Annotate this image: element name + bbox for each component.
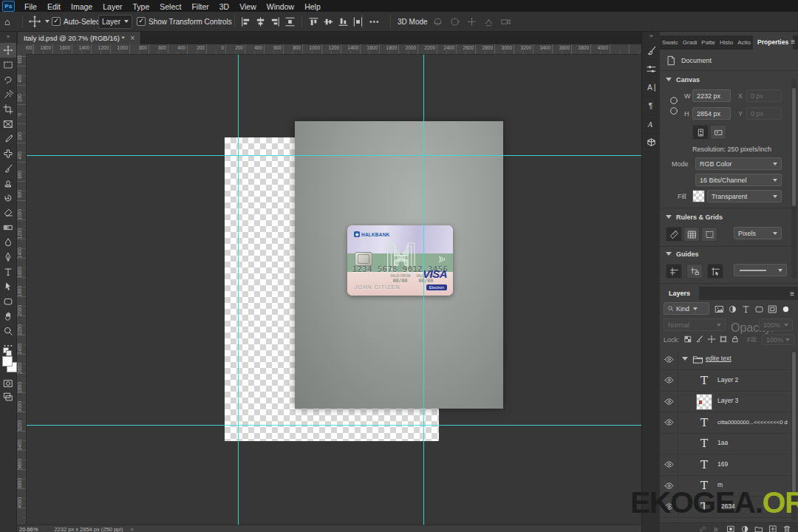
- layer-name[interactable]: 1aa: [717, 439, 728, 446]
- tab-gradi[interactable]: Gradi: [681, 35, 700, 50]
- home-button[interactable]: ⌂: [4, 12, 10, 31]
- type-layer-thumbnail[interactable]: T: [697, 457, 712, 473]
- lock-all-icon[interactable]: [731, 335, 741, 345]
- tab-swatc[interactable]: Swatc: [660, 35, 681, 50]
- clone-source-panel-icon[interactable]: [642, 60, 661, 78]
- menu-3d[interactable]: 3D: [214, 2, 234, 11]
- crop-tool[interactable]: [0, 102, 16, 117]
- hand-tool[interactable]: [0, 309, 16, 324]
- type-filter-icon[interactable]: [740, 303, 751, 315]
- visibility-toggle[interactable]: [660, 349, 678, 369]
- guides-section-header[interactable]: Guides: [666, 250, 699, 258]
- tool-preset-move[interactable]: [28, 12, 50, 31]
- layers-tab[interactable]: Layers: [660, 287, 699, 300]
- fill-swatch[interactable]: [692, 190, 705, 202]
- lasso-tool[interactable]: [0, 72, 16, 87]
- guide-horizontal-1[interactable]: [26, 155, 641, 156]
- collapse-dock-icon[interactable]: »: [642, 31, 661, 41]
- ruler-units-dropdown[interactable]: Pixels: [734, 227, 782, 239]
- layer-name[interactable]: Layer 2: [717, 376, 738, 383]
- guide-vertical-2[interactable]: [423, 54, 424, 525]
- menu-file[interactable]: File: [19, 2, 42, 11]
- auto-select-target-dropdown[interactable]: Layer: [98, 12, 132, 31]
- distribute-v-icon[interactable]: [284, 16, 296, 27]
- layer-row-layer-3[interactable]: Layer 3: [660, 391, 798, 412]
- visibility-toggle[interactable]: [660, 433, 678, 454]
- credit-card[interactable]: H H H H ◆ HALKBANK 1234 5678 9012 3456 V…: [347, 225, 453, 296]
- visibility-toggle[interactable]: [660, 454, 678, 475]
- link-dimensions-icon[interactable]: [669, 95, 679, 117]
- canvas-width-field[interactable]: 2232 px: [692, 89, 731, 102]
- ruler-corner[interactable]: [16, 44, 27, 55]
- new-group-icon[interactable]: [754, 523, 764, 532]
- tab-patte[interactable]: Patte: [699, 35, 717, 50]
- canvas-area[interactable]: H H H H ◆ HALKBANK 1234 5678 9012 3456 V…: [26, 54, 641, 525]
- menu-window[interactable]: Window: [262, 2, 299, 11]
- gradient-tool[interactable]: [0, 220, 16, 235]
- move-tool[interactable]: [0, 43, 16, 58]
- visibility-toggle[interactable]: [660, 391, 678, 412]
- smart-object-filter-icon[interactable]: [766, 303, 778, 315]
- menu-select[interactable]: Select: [154, 2, 186, 11]
- link-layers-icon[interactable]: [698, 523, 708, 532]
- portrait-orientation-button[interactable]: [692, 125, 709, 140]
- brush-settings-panel-icon[interactable]: [642, 41, 661, 60]
- auto-select-checkbox[interactable]: ✓Auto-Select:: [52, 12, 103, 31]
- menu-help[interactable]: Help: [299, 2, 326, 11]
- align-middle-icon[interactable]: [323, 16, 334, 27]
- color-mode-dropdown[interactable]: RGB Color: [695, 157, 782, 170]
- screen-mode-button[interactable]: [0, 390, 16, 403]
- rulers-grids-section-header[interactable]: Rulers & Grids: [666, 214, 723, 221]
- align-top-icon[interactable]: [308, 16, 319, 27]
- guide-style-dropdown[interactable]: [734, 264, 787, 276]
- default-colors-icon[interactable]: [1, 347, 13, 355]
- filter-toggle-icon[interactable]: [780, 303, 791, 315]
- toggle-guides-button[interactable]: [666, 264, 682, 279]
- eyedropper-tool[interactable]: [0, 132, 16, 146]
- fill-dropdown[interactable]: Transparent: [707, 190, 782, 202]
- foreground-color-swatch[interactable]: [2, 356, 13, 366]
- history-brush-tool[interactable]: [0, 191, 16, 205]
- shape-filter-icon[interactable]: [753, 303, 765, 315]
- lock-artboard-icon[interactable]: [719, 335, 729, 345]
- landscape-orientation-button[interactable]: [710, 125, 726, 140]
- quick-mask-button[interactable]: [0, 377, 16, 390]
- lock-position-icon[interactable]: [707, 335, 717, 345]
- photoshop-logo[interactable]: Ps: [2, 1, 15, 12]
- menu-edit[interactable]: Edit: [42, 2, 66, 11]
- guide-vertical-1[interactable]: [238, 54, 239, 525]
- canvas-height-field[interactable]: 2854 px: [692, 107, 731, 120]
- close-tab-icon[interactable]: ×: [130, 34, 134, 42]
- clone-stamp-tool[interactable]: [0, 176, 16, 191]
- layer-row-group[interactable]: edite text: [660, 349, 798, 370]
- layer-row-citta0000000-0-d[interactable]: Tcitta0000000...<<<<<<<<0 d: [660, 412, 798, 434]
- menu-image[interactable]: Image: [66, 2, 98, 11]
- adjustment-filter-icon[interactable]: [726, 303, 738, 315]
- layer-name[interactable]: Layer 3: [717, 397, 738, 404]
- layer-effects-icon[interactable]: fx: [712, 523, 722, 532]
- toggle-pixel-grid-button[interactable]: [701, 227, 717, 242]
- layers-menu-icon[interactable]: ≡: [790, 290, 794, 298]
- visibility-toggle[interactable]: [660, 412, 678, 433]
- photo-layer[interactable]: H H H H ◆ HALKBANK 1234 5678 9012 3456 V…: [295, 121, 503, 409]
- vertical-ruler[interactable]: 6004002000200400600800100012001400160018…: [16, 54, 27, 525]
- panel-menu-icon[interactable]: ≡: [791, 38, 795, 46]
- healing-brush-tool[interactable]: [0, 146, 16, 161]
- frame-tool[interactable]: [0, 117, 16, 132]
- object-selection-tool[interactable]: [0, 87, 16, 102]
- character-panel-icon[interactable]: A: [642, 78, 661, 97]
- more-options-button[interactable]: •••: [369, 12, 380, 31]
- bit-depth-dropdown[interactable]: 16 Bits/Channel: [695, 174, 782, 186]
- lock-guides-button[interactable]: [686, 264, 703, 279]
- show-transform-checkbox[interactable]: ✓Show Transform Controls: [137, 12, 232, 31]
- status-chevron[interactable]: >: [130, 526, 133, 532]
- adjustment-layer-icon[interactable]: [740, 523, 750, 532]
- type-layer-thumbnail[interactable]: T: [697, 372, 712, 389]
- tab-histo[interactable]: Histo: [717, 35, 735, 50]
- lock-transparent-icon[interactable]: [683, 335, 694, 345]
- brush-tool[interactable]: [0, 161, 16, 176]
- toggle-rulers-button[interactable]: [666, 227, 682, 242]
- align-right-icon[interactable]: [270, 16, 281, 27]
- guide-horizontal-2[interactable]: [26, 425, 641, 426]
- zoom-tool[interactable]: [0, 324, 16, 338]
